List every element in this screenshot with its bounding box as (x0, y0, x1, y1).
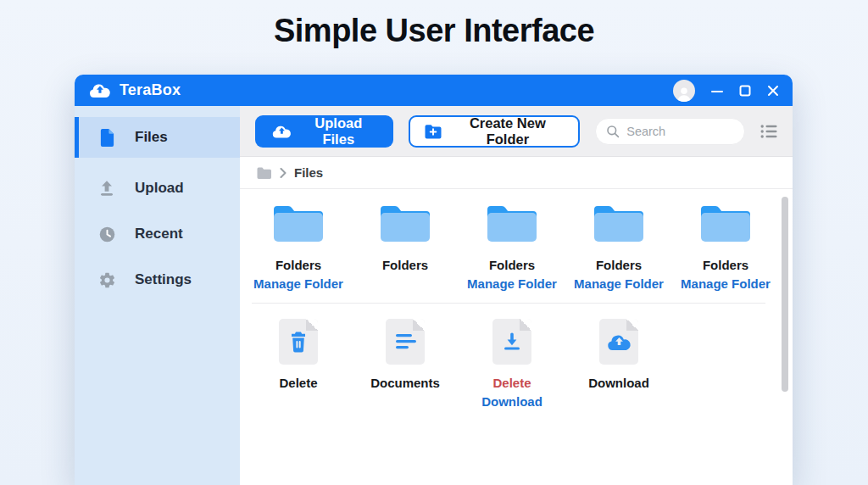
manage-folder-link[interactable]: Manage Folder (574, 276, 664, 292)
upload-files-button[interactable]: Upload Files (255, 115, 393, 148)
folder-tile[interactable]: Folders (352, 203, 459, 292)
folder-icon (699, 203, 752, 247)
file-tile-download[interactable]: Download (565, 319, 672, 410)
file-label-delete[interactable]: Delete (492, 376, 531, 391)
file-tile-delete[interactable]: Delete (245, 319, 352, 410)
upload-icon (97, 179, 116, 198)
folder-name: Folders (275, 258, 321, 273)
close-button[interactable] (767, 85, 779, 97)
sidebar-item-settings[interactable]: Settings (75, 263, 240, 297)
upload-files-label: Upload Files (300, 115, 377, 148)
folder-icon (593, 203, 645, 247)
files-row: Delete Documents (245, 319, 782, 410)
file-label: Download (588, 376, 649, 391)
create-new-folder-button[interactable]: Create New Folder (409, 115, 581, 148)
chevron-right-icon (280, 168, 287, 178)
folder-tile[interactable]: Folders Manage Folder (245, 203, 352, 292)
sidebar-item-recent[interactable]: Recent (75, 217, 240, 251)
file-action-download-link[interactable]: Download (481, 394, 542, 410)
trash-icon (279, 319, 318, 365)
sidebar-item-label: Settings (135, 271, 192, 288)
file-icon (97, 128, 116, 148)
manage-folder-link[interactable]: Manage Folder (253, 276, 343, 292)
file-label: Documents (370, 376, 440, 391)
create-new-folder-label: Create New Folder (451, 115, 565, 148)
main-panel: Upload Files Create New Folder (240, 106, 793, 485)
folder-name: Folders (596, 258, 642, 273)
app-title: TeraBox (120, 81, 181, 99)
folder-name: Folders (703, 258, 748, 273)
folder-icon (272, 203, 325, 247)
user-avatar[interactable] (673, 80, 695, 102)
maximize-button[interactable] (739, 85, 751, 97)
folder-tile[interactable]: Folders Manage Folder (459, 203, 565, 292)
sidebar-item-upload[interactable]: Upload (75, 171, 240, 205)
file-tile-documents[interactable]: Documents (352, 319, 459, 410)
breadcrumb: Files (240, 157, 793, 189)
download-icon (492, 319, 531, 365)
search-input[interactable] (626, 125, 734, 138)
folder-tile[interactable]: Folders Manage Folder (565, 203, 672, 292)
vertical-scrollbar[interactable] (782, 197, 788, 392)
folder-tile[interactable]: Folders Manage Folder (672, 203, 779, 292)
document-lines-icon (386, 319, 425, 365)
folder-icon (379, 203, 431, 247)
folder-plus-icon (424, 124, 442, 139)
terabox-cloud-logo-icon (88, 81, 111, 99)
sidebar-item-label: Files (135, 129, 168, 146)
terabox-window: TeraBox (75, 75, 793, 485)
cloud-upload-icon (599, 319, 638, 365)
file-tile-delete-download[interactable]: Delete Download (459, 319, 565, 410)
sidebar: Files Upload Recent (75, 106, 240, 485)
file-label: Delete (279, 376, 317, 391)
manage-folder-link[interactable]: Manage Folder (467, 276, 557, 292)
manage-folder-link[interactable]: Manage Folder (681, 276, 771, 292)
search-icon (606, 125, 620, 138)
file-browser-content: Folders Manage Folder Folders (240, 189, 793, 485)
page-title: Simple User Interface (0, 13, 868, 49)
folders-row: Folders Manage Folder Folders (245, 203, 782, 292)
row-divider (252, 303, 765, 304)
sidebar-item-label: Upload (135, 180, 184, 197)
breadcrumb-current[interactable]: Files (294, 165, 323, 180)
search-box[interactable] (595, 118, 745, 145)
folder-name: Folders (489, 258, 535, 273)
clock-icon (97, 226, 116, 243)
minimize-button[interactable] (711, 85, 723, 97)
folder-icon[interactable] (256, 166, 272, 180)
cloud-upload-icon (271, 124, 292, 139)
gear-icon (97, 271, 116, 289)
sidebar-item-files[interactable]: Files (75, 117, 240, 158)
folder-icon (486, 203, 538, 247)
sidebar-item-label: Recent (135, 226, 183, 242)
toolbar: Upload Files Create New Folder (240, 106, 793, 157)
window-titlebar: TeraBox (75, 75, 793, 106)
list-view-icon[interactable] (760, 124, 777, 139)
folder-name: Folders (382, 258, 428, 273)
